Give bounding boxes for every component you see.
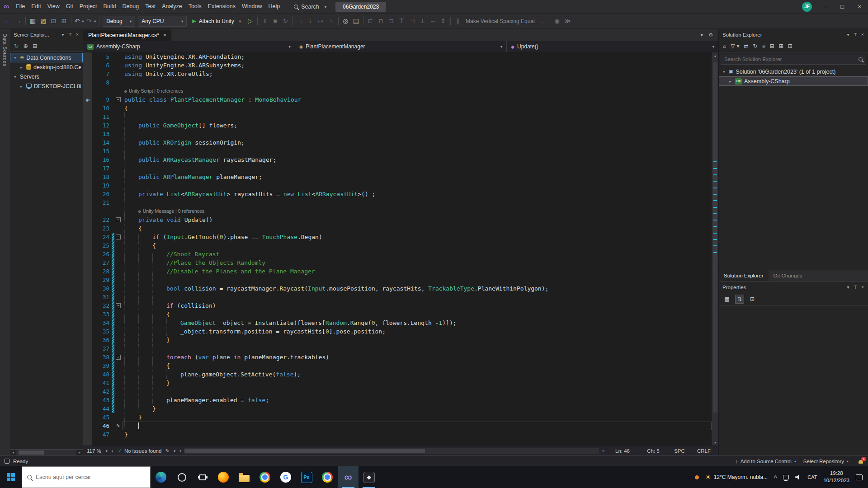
start-button[interactable]: [0, 466, 22, 488]
line-number[interactable]: 26: [92, 250, 112, 258]
column-indicator[interactable]: Ch: 5: [641, 448, 666, 454]
code-text[interactable]: {: [122, 104, 712, 113]
code-line-27[interactable]: 27//Place the Objects Randomly: [83, 258, 712, 267]
file-explorer-icon[interactable]: [234, 466, 255, 488]
code-line-36[interactable]: 36}: [83, 336, 712, 344]
line-number[interactable]: 9: [92, 95, 112, 104]
line-number[interactable]: 40: [92, 370, 112, 379]
photoshop-icon[interactable]: Ps: [296, 466, 317, 488]
code-line-19[interactable]: 19: [83, 181, 712, 190]
code-line-26[interactable]: 26//Shoot Raycast: [83, 250, 712, 258]
navigate-backward-icon[interactable]: ←: [3, 15, 13, 27]
code-line-38[interactable]: 38−foreach (var plane in planeManager.tr…: [83, 353, 712, 361]
align-centers-icon[interactable]: ⊓: [376, 15, 386, 27]
menu-build[interactable]: Build: [100, 0, 119, 13]
properties-window-menu-icon[interactable]: ▾: [844, 285, 852, 290]
code-line-46[interactable]: 46✎: [83, 422, 712, 430]
menu-git[interactable]: Git: [63, 0, 76, 13]
tree-item-solution-06garden2023-1-of-1-project[interactable]: ▾▣Solution '06Garden2023' (1 of 1 projec…: [719, 67, 868, 76]
account-avatar[interactable]: JF: [802, 2, 812, 12]
code-line-12[interactable]: 12public GameObject[] flowers;: [83, 121, 712, 130]
code-text[interactable]: [122, 130, 712, 138]
menu-window[interactable]: Window: [239, 0, 265, 13]
close-button[interactable]: ×: [851, 0, 868, 13]
codelens-label[interactable]: Unity Script | 0 references: [129, 87, 184, 95]
break-all-icon[interactable]: ‖: [259, 15, 270, 27]
save-icon[interactable]: ⊡: [48, 15, 59, 27]
line-number[interactable]: 47: [92, 430, 112, 439]
open-file-icon[interactable]: ▨: [38, 15, 48, 27]
line-number[interactable]: 41: [92, 379, 112, 387]
chevron-right-icon[interactable]: ▸: [19, 84, 24, 89]
scroll-right-icon[interactable]: ▸: [76, 450, 83, 455]
code-line-23[interactable]: 23{: [83, 224, 712, 233]
step-out-icon[interactable]: ↑: [326, 15, 336, 27]
restart-icon[interactable]: ↻: [280, 15, 291, 27]
background-tasks-icon[interactable]: [5, 459, 9, 464]
scroll-left-icon[interactable]: ◂: [179, 449, 181, 453]
line-number[interactable]: 19: [92, 181, 112, 190]
switch-views-icon[interactable]: ▽: [731, 43, 735, 49]
code-text[interactable]: public class PlantPlacementManager : Mon…: [122, 95, 712, 104]
code-line-10[interactable]: 10{: [83, 104, 712, 113]
horizontal-spacing-icon[interactable]: ∥: [453, 15, 463, 27]
code-text[interactable]: }: [122, 404, 712, 413]
line-number[interactable]: 45: [92, 413, 112, 422]
code-line-20[interactable]: 20private List<ARRaycastHit> raycastHits…: [83, 190, 712, 198]
collapse-region-icon[interactable]: −: [116, 97, 121, 102]
categorized-icon[interactable]: ▦: [722, 295, 731, 304]
code-line-11[interactable]: 11: [83, 113, 712, 121]
server-explorer-pin-icon[interactable]: ⊤: [66, 32, 74, 37]
line-number[interactable]: 29: [92, 276, 112, 284]
step-over-icon[interactable]: ↦: [316, 15, 326, 27]
code-text[interactable]: [122, 198, 712, 207]
line-number[interactable]: 16: [92, 155, 112, 164]
chevron-down-icon[interactable]: ▾: [722, 70, 726, 74]
server-explorer-close-icon[interactable]: ×: [74, 32, 81, 37]
code-line-17[interactable]: 17: [83, 164, 712, 173]
zoom-selector[interactable]: 117 % ▾: [87, 448, 108, 454]
vscroll-track[interactable]: [712, 59, 718, 439]
line-number[interactable]: 44: [92, 404, 112, 413]
redo-icon[interactable]: ↷▾: [85, 15, 98, 27]
code-text[interactable]: GameObject _object = Instantiate(flowers…: [122, 319, 712, 327]
add-to-source-control-button[interactable]: ↑ Add to Source Control ▴: [735, 459, 796, 464]
line-number[interactable]: 21: [92, 198, 112, 207]
menu-test[interactable]: Test: [142, 0, 159, 13]
scroll-up-icon[interactable]: ▴: [712, 52, 718, 59]
code-text[interactable]: foreach (var plane in planeManager.track…: [122, 353, 712, 361]
connect-to-database-icon[interactable]: ⊕: [23, 42, 28, 49]
align-middles-icon[interactable]: ⊣: [407, 15, 417, 27]
code-line-29[interactable]: 29: [83, 276, 712, 284]
line-number[interactable]: 15: [92, 147, 112, 155]
code-line-31[interactable]: 31: [83, 293, 712, 301]
collapse-region-icon[interactable]: −: [116, 303, 121, 308]
code-text[interactable]: using UnityEngine.XR.ARFoundation;: [122, 52, 712, 61]
code-text[interactable]: {: [122, 361, 712, 370]
menu-extensions[interactable]: Extensions: [205, 0, 239, 13]
code-text[interactable]: using Unity.XR.CoreUtils;: [122, 70, 712, 78]
google-app-icon[interactable]: G: [275, 466, 296, 488]
code-text[interactable]: public XROrigin sessionOrigin;: [122, 138, 712, 147]
search-control[interactable]: Search ▾: [290, 4, 330, 10]
line-number[interactable]: 14: [92, 138, 112, 147]
properties-close-icon[interactable]: ×: [859, 285, 866, 290]
solution-explorer-toolbar-icon[interactable]: ▤: [351, 15, 361, 27]
solution-explorer-pin-icon[interactable]: ⊤: [852, 32, 859, 37]
code-text[interactable]: planeManager.enabled = false;: [122, 396, 712, 404]
code-line-14[interactable]: 14public XROrigin sessionOrigin;: [83, 138, 712, 147]
code-line-21[interactable]: 21: [83, 198, 712, 207]
menu-analyze[interactable]: Analyze: [159, 0, 185, 13]
code-line-43[interactable]: 43planeManager.enabled = false;: [83, 396, 712, 404]
code-text[interactable]: [122, 276, 712, 284]
type-dropdown[interactable]: ◈ PlantPlacementManager ▾: [295, 41, 507, 52]
code-text[interactable]: plane.gameObject.SetActive(false);: [122, 370, 712, 379]
attach-to-unity-button[interactable]: ▶Attach to Unity▾: [188, 15, 245, 27]
code-line-34[interactable]: 34GameObject _object = Instantiate(flowe…: [83, 319, 712, 327]
alphabetical-icon[interactable]: ⇅: [735, 295, 744, 304]
code-line-41[interactable]: 41}: [83, 379, 712, 387]
line-number[interactable]: 39: [92, 361, 112, 370]
code-text[interactable]: if (collision): [122, 301, 712, 310]
line-number[interactable]: 30: [92, 284, 112, 293]
step-into-icon[interactable]: ↓: [305, 15, 316, 27]
